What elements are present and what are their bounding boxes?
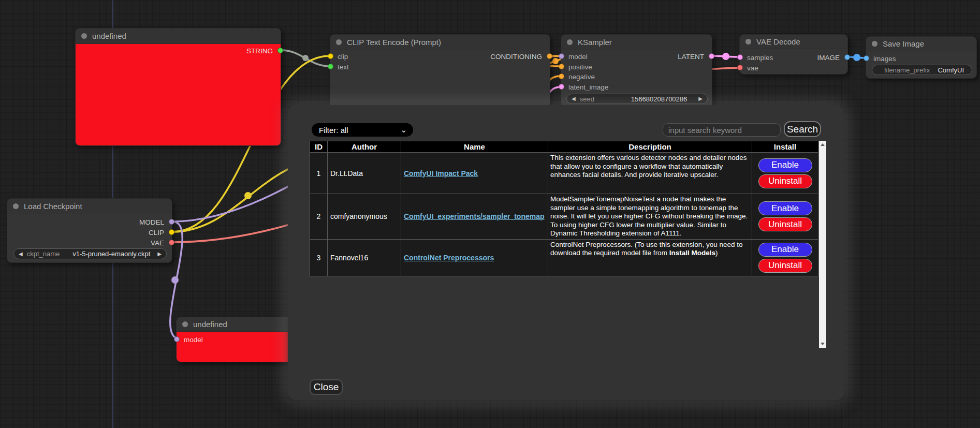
model-output-dot[interactable] [169,219,174,225]
cell-author: Dr.Lt.Data [328,153,401,194]
output-slot-string: STRING [76,46,281,56]
output-slot-clip: CLIP [7,227,172,238]
clip-output-dot[interactable] [169,229,174,235]
output-slot-model: MODEL [7,217,172,227]
collapse-dot-icon[interactable] [81,33,87,39]
extension-link[interactable]: ComfyUI_experiments/sampler_tonemap [404,212,545,220]
seed-widget[interactable]: ◀ seed 156680208700286 ▶ [566,94,708,104]
chevron-down-icon: ⌄ [400,127,407,132]
model-input-dot[interactable] [174,336,180,342]
cell-description: ControlNet Preprocessors. (To use this e… [548,239,752,276]
node-title: Load Checkpoint [24,202,82,211]
cell-name: ComfyUI Impact Pack [401,153,548,194]
input-slot-images: images [866,53,976,64]
output-slot-latent: LATENT [561,51,712,62]
scroll-down-arrow-icon[interactable] [821,343,825,345]
table-row: 2 comfyanonymous ComfyUI_experiments/sam… [310,194,818,240]
node-title-bar[interactable]: KSampler [561,35,712,50]
node-title: VAE Decode [756,37,800,46]
collapse-dot-icon[interactable] [567,39,573,45]
node-title-bar[interactable]: Load Checkpoint [7,199,172,214]
cell-name: ComfyUI_experiments/sampler_tonemap [401,194,548,240]
image-output-dot[interactable] [844,54,850,60]
scroll-up-arrow-icon[interactable] [821,143,825,146]
input-slot-vae: vae [740,63,847,73]
cell-author: Fannovel16 [328,239,401,276]
increment-arrow-icon[interactable]: ▶ [698,96,703,101]
node-title: undefined [92,32,126,40]
cell-id: 1 [310,153,328,194]
node-undefined-top[interactable]: undefined STRING [75,28,281,146]
latent-image-input-dot[interactable] [559,84,564,90]
output-slot-vae: VAE [7,238,172,248]
extensions-table: ID Author Name Description Install 1 Dr.… [310,141,818,276]
text-input-dot[interactable] [328,64,333,69]
node-title: undefined [193,320,227,329]
cell-install: Enable Uninstall [752,194,818,240]
input-slot-positive: positive [561,62,712,72]
header-description: Description [548,141,752,153]
uninstall-button[interactable]: Uninstall [758,217,812,231]
output-slot-image: IMAGE [740,52,847,63]
conditioning-output-dot[interactable] [547,53,552,59]
node-title-bar[interactable]: Save Image [866,37,976,51]
collapse-dot-icon[interactable] [182,321,188,327]
extension-link[interactable]: ControlNet Preprocessors [404,254,494,262]
latent-output-dot[interactable] [709,53,714,59]
table-header-row: ID Author Name Description Install [310,141,818,153]
node-title-bar[interactable]: VAE Decode [740,35,847,49]
filter-dropdown[interactable]: Filter: all ⌄ [312,123,413,137]
filter-dropdown-value: Filter: all [319,126,348,135]
close-button[interactable]: Close [310,379,343,395]
node-title-bar[interactable]: CLIP Text Encode (Prompt) [330,35,550,50]
node-save-image[interactable]: Save Image images filename_prefix ComfyU… [866,36,977,79]
images-input-dot[interactable] [864,55,869,61]
vae-input-dot[interactable] [737,65,743,70]
uninstall-button[interactable]: Uninstall [758,174,812,188]
table-row: 3 Fannovel16 ControlNet Preprocessors Co… [310,239,818,276]
vae-output-dot[interactable] [169,240,174,245]
node-title: CLIP Text Encode (Prompt) [347,38,441,47]
input-slot-negative: negative [561,71,712,82]
ckpt-name-widget[interactable]: ◀ ckpt_name v1-5-pruned-emaonly.ckpt ▶ [13,248,167,259]
input-slot-text: text [330,62,550,72]
search-input[interactable] [663,123,781,137]
cell-name: ControlNet Preprocessors [401,239,548,276]
header-author: Author [328,141,401,153]
error-node-body [76,44,281,145]
header-id: ID [310,141,328,153]
collapse-dot-icon[interactable] [872,41,877,47]
cell-id: 2 [310,194,328,240]
enable-button[interactable]: Enable [758,243,812,257]
node-load-checkpoint[interactable]: Load Checkpoint MODEL CLIP VAE ◀ ckpt_na… [7,198,172,263]
custom-nodes-manager-dialog: Filter: all ⌄ Search ID Author Name Desc… [288,105,844,400]
cell-install: Enable Uninstall [752,239,818,276]
string-output-dot[interactable] [277,48,283,53]
node-title: KSampler [578,38,612,47]
header-name: Name [401,141,548,153]
input-slot-latent-image: latent_image [561,82,712,92]
output-slot-conditioning: CONDITIONING [330,51,550,62]
node-vae-decode[interactable]: VAE Decode samples vae IMAGE [739,34,848,75]
search-button[interactable]: Search [784,121,821,137]
cell-description: ModelSamplerTonemapNoiseTest a node that… [548,194,752,240]
enable-button[interactable]: Enable [758,201,812,215]
increment-arrow-icon[interactable]: ▶ [157,252,162,257]
cell-description: This extension offers various detector n… [548,153,752,194]
cell-id: 3 [310,239,328,276]
table-row: 1 Dr.Lt.Data ComfyUI Impact Pack This ex… [310,153,818,194]
decrement-arrow-icon[interactable]: ◀ [572,96,576,101]
node-graph-canvas[interactable]: undefined STRING CLIP Text Encode (Promp… [0,0,980,428]
collapse-dot-icon[interactable] [745,39,751,45]
filename-prefix-widget[interactable]: filename_prefix ComfyUI [872,65,972,75]
decrement-arrow-icon[interactable]: ◀ [19,252,23,257]
enable-button[interactable]: Enable [758,158,812,172]
positive-input-dot[interactable] [559,64,564,69]
extension-link[interactable]: ComfyUI Impact Pack [404,169,478,178]
collapse-dot-icon[interactable] [13,203,19,209]
collapse-dot-icon[interactable] [336,39,342,45]
node-title-bar[interactable]: undefined [76,28,281,44]
table-scrollbar[interactable] [819,141,826,348]
negative-input-dot[interactable] [559,73,564,79]
uninstall-button[interactable]: Uninstall [758,259,812,273]
